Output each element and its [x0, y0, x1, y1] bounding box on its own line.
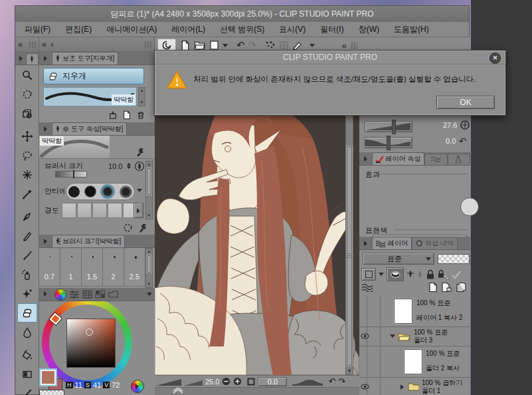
new-file-icon[interactable]: [179, 40, 191, 51]
blend-mode-dropdown[interactable]: 표준: [363, 253, 434, 265]
brush-size-value[interactable]: 10.0: [108, 162, 122, 170]
tool-figure[interactable]: [17, 384, 37, 395]
save-dropdown-icon[interactable]: [222, 44, 228, 47]
hardness-step[interactable]: [62, 203, 76, 218]
tabstrip-overflow-icon[interactable]: [147, 293, 152, 296]
scroll-up-icon[interactable]: ▲: [139, 88, 145, 94]
new-subtool-icon[interactable]: [122, 110, 132, 120]
tool-zoom[interactable]: [17, 65, 37, 84]
slider-handle[interactable]: [387, 136, 391, 150]
menu-animation[interactable]: 애니메이션(A): [106, 24, 157, 35]
commandbar-overflow-icon[interactable]: [310, 44, 315, 47]
opacity-slider[interactable]: [438, 254, 470, 264]
foreground-color-swatch[interactable]: [41, 370, 56, 385]
reset-icon[interactable]: [123, 223, 133, 233]
layer-thumbnail[interactable]: [404, 349, 422, 374]
tab-color-slider[interactable]: [69, 291, 80, 299]
collapse-icon[interactable]: «: [42, 39, 46, 49]
zoom-ramp-2[interactable]: [184, 378, 203, 386]
rotation-ramp[interactable]: [292, 378, 323, 386]
visibility-eye-icon[interactable]: [361, 384, 369, 390]
tool-pencil[interactable]: [17, 226, 37, 245]
wrench-icon[interactable]: [138, 223, 148, 233]
brush-size-spinner[interactable]: [127, 163, 131, 169]
new-layer-icon[interactable]: [428, 282, 438, 293]
new-vector-layer-icon[interactable]: [441, 282, 452, 293]
tool-eraser[interactable]: [17, 303, 37, 323]
menu-file[interactable]: 파일(F): [25, 24, 50, 35]
save-icon[interactable]: [209, 40, 219, 51]
subtool-scrollbar[interactable]: ▲ ▼: [138, 87, 145, 106]
navigator-zoom-icon[interactable]: [460, 120, 470, 130]
layer-row-1[interactable]: 100 % 표준 폴더 3: [359, 327, 470, 346]
layer-row-3[interactable]: 100 % 곱하기 폴더 1: [359, 378, 470, 395]
tool-decoration[interactable]: [17, 284, 37, 303]
layer-name[interactable]: 레이어 1 복사 2: [416, 314, 470, 322]
trash-icon[interactable]: [136, 110, 145, 120]
tool-move[interactable]: [17, 126, 37, 146]
ok-button[interactable]: OK: [436, 96, 495, 109]
scroll-down-icon[interactable]: ▼: [146, 213, 152, 219]
menu-edit[interactable]: 편집(E): [65, 24, 92, 35]
title-bar[interactable]: 담피르 (1)* (A4 2480 x 3508px 300dpi 25.0%)…: [15, 6, 469, 23]
slider-handle[interactable]: [392, 120, 396, 134]
brushsize-cell[interactable]: 2: [103, 248, 124, 287]
subtool-tab[interactable]: 보조 도구[지우개]: [52, 52, 118, 65]
navigator-rotate-icon[interactable]: ↶: [459, 136, 467, 146]
tool-blend[interactable]: [17, 323, 37, 342]
tool-fill[interactable]: [17, 345, 37, 364]
tool-lasso[interactable]: [17, 146, 37, 165]
tool-eyedropper[interactable]: [17, 184, 37, 203]
tool-wand[interactable]: [17, 165, 37, 184]
antialias-dropdown-icon[interactable]: [137, 189, 142, 192]
tone-tab[interactable]: [424, 154, 447, 165]
layer-tab[interactable]: 레이어: [372, 237, 412, 249]
hue-value[interactable]: 11: [75, 381, 82, 389]
color-mode-button[interactable]: [131, 380, 144, 393]
panel-menu-icon[interactable]: [17, 54, 25, 63]
tab-color-mix[interactable]: [95, 290, 106, 299]
antialias-none[interactable]: [68, 186, 80, 198]
lock-icon[interactable]: [426, 269, 435, 280]
panel-menu-icon[interactable]: [361, 154, 371, 164]
dialog-close-button[interactable]: ✕: [489, 53, 501, 64]
scroll-down-icon[interactable]: ▼: [346, 368, 353, 374]
register-material-icon[interactable]: [108, 110, 118, 120]
brushsize-cell[interactable]: 1.5: [82, 248, 103, 287]
collapse-icon[interactable]: «: [342, 41, 347, 51]
selection-dropdown-icon[interactable]: [379, 273, 384, 276]
effect-circle-button[interactable]: [460, 198, 479, 216]
tool-move-canvas[interactable]: [17, 104, 37, 123]
brushsize-cell[interactable]: 2.5: [124, 248, 145, 287]
menu-help[interactable]: 도움말(H): [394, 24, 429, 35]
open-file-icon[interactable]: [194, 40, 206, 51]
masking-button[interactable]: [387, 267, 404, 281]
scroll-up-icon[interactable]: ▲: [146, 162, 152, 168]
layer-thumbnail[interactable]: [394, 299, 412, 324]
scroll-down-icon[interactable]: ▼: [146, 281, 152, 287]
border-effect-tab[interactable]: [448, 154, 470, 165]
tool-rotate[interactable]: [17, 84, 37, 104]
brushsize-scrollbar[interactable]: ▲ ▼: [145, 248, 153, 288]
sat-value[interactable]: 41: [93, 381, 101, 389]
lock-transparent-icon[interactable]: [438, 269, 449, 280]
layer-name[interactable]: 폴더 3: [414, 336, 467, 344]
snap-dots-icon[interactable]: [265, 41, 276, 50]
scroll-down-icon[interactable]: ▼: [139, 100, 145, 106]
grid-icon[interactable]: [279, 41, 289, 50]
menu-filter[interactable]: 필터(I): [320, 24, 343, 35]
zoom-in-icon[interactable]: [233, 377, 242, 386]
expand-up-icon[interactable]: [172, 388, 184, 394]
tool-pen[interactable]: [17, 207, 37, 226]
draft-pen-icon[interactable]: [417, 270, 423, 279]
toolbar-dock-header[interactable]: «: [15, 37, 39, 52]
tab-color-wheel[interactable]: [54, 289, 66, 301]
toolprop-scrollbar[interactable]: ▲ ▼: [145, 161, 153, 219]
zoom-ramp[interactable]: [156, 378, 181, 386]
val-value[interactable]: 72: [112, 381, 120, 389]
stroke-item-hard[interactable]: 딱딱함: [43, 87, 137, 106]
navigator-zoom-slider[interactable]: [365, 121, 412, 132]
hardness-expand-button[interactable]: [133, 203, 143, 218]
selection-area-button[interactable]: [361, 268, 376, 281]
ruler-check-icon[interactable]: [452, 270, 462, 279]
